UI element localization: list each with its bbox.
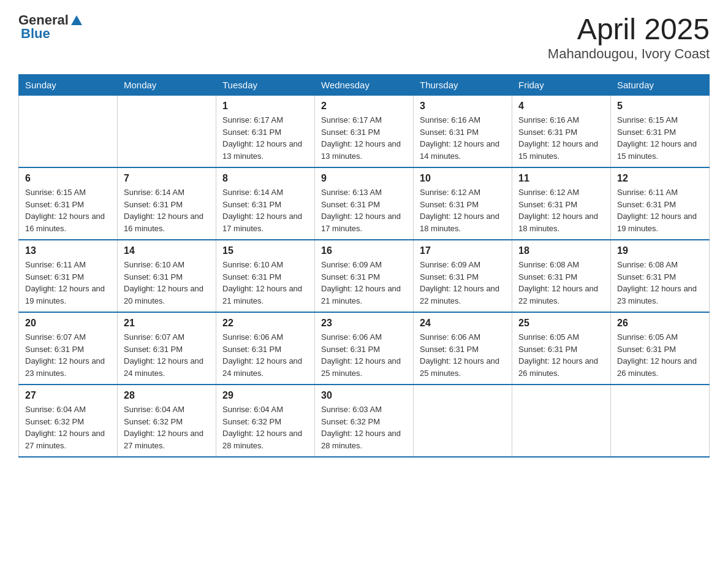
calendar-cell: 30Sunrise: 6:03 AMSunset: 6:32 PMDayligh… [315,385,414,457]
header-thursday: Thursday [414,75,512,96]
title-block: April 2025 Mahandougou, Ivory Coast [548,12,710,62]
header-tuesday: Tuesday [216,75,315,96]
calendar-week-row: 6Sunrise: 6:15 AMSunset: 6:31 PMDaylight… [19,167,710,240]
day-number: 16 [321,245,407,256]
svg-marker-0 [71,15,82,25]
calendar-cell: 25Sunrise: 6:05 AMSunset: 6:31 PMDayligh… [512,312,611,385]
calendar-cell: 26Sunrise: 6:05 AMSunset: 6:31 PMDayligh… [611,312,710,385]
calendar-cell [414,385,512,457]
header-monday: Monday [118,75,216,96]
day-info: Sunrise: 6:15 AMSunset: 6:31 PMDaylight:… [617,114,703,162]
day-number: 9 [321,173,407,184]
day-info: Sunrise: 6:10 AMSunset: 6:31 PMDaylight:… [124,259,210,307]
day-info: Sunrise: 6:09 AMSunset: 6:31 PMDaylight:… [420,259,506,307]
day-number: 14 [124,245,210,256]
page-title: April 2025 [548,12,710,46]
calendar-cell: 14Sunrise: 6:10 AMSunset: 6:31 PMDayligh… [118,240,216,312]
day-info: Sunrise: 6:06 AMSunset: 6:31 PMDaylight:… [222,331,308,379]
day-number: 1 [222,101,308,112]
day-info: Sunrise: 6:07 AMSunset: 6:31 PMDaylight:… [25,331,111,379]
day-info: Sunrise: 6:10 AMSunset: 6:31 PMDaylight:… [222,259,308,307]
day-number: 26 [617,318,703,329]
calendar-cell: 21Sunrise: 6:07 AMSunset: 6:31 PMDayligh… [118,312,216,385]
calendar-cell: 10Sunrise: 6:12 AMSunset: 6:31 PMDayligh… [414,167,512,240]
day-number: 4 [518,101,604,112]
day-number: 20 [25,318,111,329]
day-number: 12 [617,173,703,184]
day-info: Sunrise: 6:04 AMSunset: 6:32 PMDaylight:… [222,404,308,451]
calendar-week-row: 1Sunrise: 6:17 AMSunset: 6:31 PMDaylight… [19,96,710,168]
day-number: 23 [321,318,407,329]
day-info: Sunrise: 6:17 AMSunset: 6:31 PMDaylight:… [321,114,407,162]
day-info: Sunrise: 6:05 AMSunset: 6:31 PMDaylight:… [617,331,703,379]
day-number: 15 [222,245,308,256]
calendar-cell: 3Sunrise: 6:16 AMSunset: 6:31 PMDaylight… [414,96,512,168]
calendar-cell: 18Sunrise: 6:08 AMSunset: 6:31 PMDayligh… [512,240,611,312]
day-info: Sunrise: 6:07 AMSunset: 6:31 PMDaylight:… [124,331,210,379]
page-subtitle: Mahandougou, Ivory Coast [548,46,710,62]
day-info: Sunrise: 6:15 AMSunset: 6:31 PMDaylight:… [25,186,111,234]
calendar-cell: 5Sunrise: 6:15 AMSunset: 6:31 PMDaylight… [611,96,710,168]
day-number: 10 [420,173,506,184]
day-number: 28 [124,390,210,401]
calendar-cell: 13Sunrise: 6:11 AMSunset: 6:31 PMDayligh… [19,240,118,312]
day-info: Sunrise: 6:16 AMSunset: 6:31 PMDaylight:… [420,114,506,162]
day-number: 8 [222,173,308,184]
calendar-cell: 8Sunrise: 6:14 AMSunset: 6:31 PMDaylight… [216,167,315,240]
page-header: General Blue April 2025 Mahandougou, Ivo… [18,12,710,62]
day-info: Sunrise: 6:13 AMSunset: 6:31 PMDaylight:… [321,186,407,234]
calendar-cell: 22Sunrise: 6:06 AMSunset: 6:31 PMDayligh… [216,312,315,385]
header-saturday: Saturday [611,75,710,96]
calendar-table: SundayMondayTuesdayWednesdayThursdayFrid… [18,74,710,458]
calendar-cell: 9Sunrise: 6:13 AMSunset: 6:31 PMDaylight… [315,167,414,240]
day-number: 25 [518,318,604,329]
calendar-cell: 7Sunrise: 6:14 AMSunset: 6:31 PMDaylight… [118,167,216,240]
day-info: Sunrise: 6:04 AMSunset: 6:32 PMDaylight:… [25,404,111,451]
day-info: Sunrise: 6:17 AMSunset: 6:31 PMDaylight:… [222,114,308,162]
calendar-cell: 11Sunrise: 6:12 AMSunset: 6:31 PMDayligh… [512,167,611,240]
day-number: 13 [25,245,111,256]
day-number: 19 [617,245,703,256]
day-number: 18 [518,245,604,256]
calendar-cell [611,385,710,457]
day-info: Sunrise: 6:11 AMSunset: 6:31 PMDaylight:… [617,186,703,234]
day-number: 5 [617,101,703,112]
calendar-cell [19,96,118,168]
calendar-cell [512,385,611,457]
day-info: Sunrise: 6:11 AMSunset: 6:31 PMDaylight:… [25,259,111,307]
day-number: 22 [222,318,308,329]
calendar-cell: 24Sunrise: 6:06 AMSunset: 6:31 PMDayligh… [414,312,512,385]
day-info: Sunrise: 6:06 AMSunset: 6:31 PMDaylight:… [420,331,506,379]
logo: General Blue [18,12,83,42]
day-info: Sunrise: 6:05 AMSunset: 6:31 PMDaylight:… [518,331,604,379]
header-friday: Friday [512,75,611,96]
calendar-week-row: 20Sunrise: 6:07 AMSunset: 6:31 PMDayligh… [19,312,710,385]
calendar-cell: 20Sunrise: 6:07 AMSunset: 6:31 PMDayligh… [19,312,118,385]
calendar-week-row: 27Sunrise: 6:04 AMSunset: 6:32 PMDayligh… [19,385,710,457]
calendar-cell: 19Sunrise: 6:08 AMSunset: 6:31 PMDayligh… [611,240,710,312]
day-number: 29 [222,390,308,401]
calendar-week-row: 13Sunrise: 6:11 AMSunset: 6:31 PMDayligh… [19,240,710,312]
calendar-header-row: SundayMondayTuesdayWednesdayThursdayFrid… [19,75,710,96]
day-number: 11 [518,173,604,184]
calendar-cell: 12Sunrise: 6:11 AMSunset: 6:31 PMDayligh… [611,167,710,240]
day-number: 7 [124,173,210,184]
logo-blue-text: Blue [21,26,50,42]
calendar-cell [118,96,216,168]
calendar-cell: 15Sunrise: 6:10 AMSunset: 6:31 PMDayligh… [216,240,315,312]
calendar-cell: 28Sunrise: 6:04 AMSunset: 6:32 PMDayligh… [118,385,216,457]
day-info: Sunrise: 6:14 AMSunset: 6:31 PMDaylight:… [222,186,308,234]
calendar-cell: 6Sunrise: 6:15 AMSunset: 6:31 PMDaylight… [19,167,118,240]
day-number: 2 [321,101,407,112]
day-info: Sunrise: 6:14 AMSunset: 6:31 PMDaylight:… [124,186,210,234]
day-info: Sunrise: 6:06 AMSunset: 6:31 PMDaylight:… [321,331,407,379]
day-info: Sunrise: 6:12 AMSunset: 6:31 PMDaylight:… [518,186,604,234]
day-number: 30 [321,390,407,401]
calendar-cell: 23Sunrise: 6:06 AMSunset: 6:31 PMDayligh… [315,312,414,385]
calendar-cell: 17Sunrise: 6:09 AMSunset: 6:31 PMDayligh… [414,240,512,312]
calendar-cell: 4Sunrise: 6:16 AMSunset: 6:31 PMDaylight… [512,96,611,168]
day-number: 24 [420,318,506,329]
day-info: Sunrise: 6:12 AMSunset: 6:31 PMDaylight:… [420,186,506,234]
day-number: 21 [124,318,210,329]
day-info: Sunrise: 6:16 AMSunset: 6:31 PMDaylight:… [518,114,604,162]
